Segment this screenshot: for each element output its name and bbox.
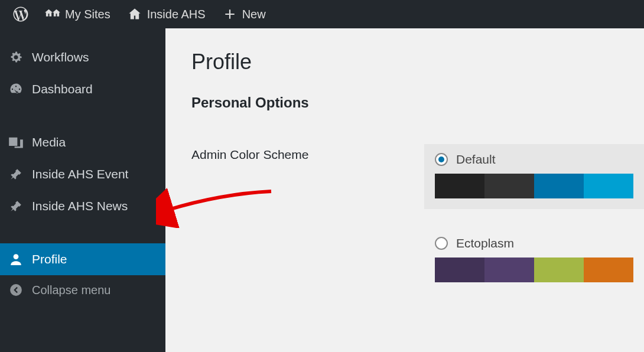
pin-icon [8, 167, 24, 182]
collapse-label: Collapse menu [32, 283, 110, 297]
swatches-default [435, 174, 633, 198]
my-sites-label: My Sites [65, 8, 110, 21]
admin-sidebar: Workflows Dashboard Media Inside AHS Eve… [0, 28, 165, 352]
my-sites-link[interactable]: My Sites [37, 0, 119, 28]
page-title: Profile [191, 50, 644, 74]
color-schemes: Default Ectoplasm [424, 144, 644, 293]
user-icon [8, 252, 24, 267]
scheme-label: Ectoplasm [456, 236, 514, 250]
swatch [534, 174, 584, 198]
swatches-ectoplasm [435, 258, 633, 282]
sidebar-item-dashboard[interactable]: Dashboard [0, 73, 165, 105]
new-label: New [242, 8, 266, 21]
media-icon [8, 135, 24, 150]
collapse-icon [8, 282, 24, 298]
site-link[interactable]: Inside AHS [119, 0, 214, 28]
sidebar-item-label: Profile [32, 252, 67, 266]
swatch [484, 174, 534, 198]
swatch [435, 174, 484, 198]
dashboard-icon [8, 82, 24, 97]
swatch [584, 258, 633, 282]
scheme-label: Default [456, 152, 496, 167]
wordpress-icon [13, 6, 28, 22]
collapse-menu[interactable]: Collapse menu [0, 275, 165, 305]
sidebar-item-label: Dashboard [32, 82, 93, 96]
sidebar-item-profile[interactable]: Profile [0, 243, 165, 275]
sidebar-item-label: Inside AHS News [32, 199, 128, 213]
svg-point-1 [10, 284, 22, 296]
scheme-ectoplasm[interactable]: Ectoplasm [424, 228, 644, 293]
sidebar-item-news[interactable]: Inside AHS News [0, 190, 165, 222]
sidebar-item-media[interactable]: Media [0, 126, 165, 158]
pin-icon [8, 198, 24, 214]
admin-bar: My Sites Inside AHS New [0, 0, 644, 28]
swatch [484, 258, 534, 282]
swatch [584, 174, 633, 198]
section-title: Personal Options [191, 94, 644, 111]
wp-logo[interactable] [5, 0, 37, 28]
svg-point-0 [14, 254, 19, 259]
plus-icon [222, 6, 238, 22]
site-label: Inside AHS [147, 8, 206, 21]
color-scheme-label: Admin Color Scheme [191, 144, 424, 162]
houses-icon [45, 6, 60, 22]
new-link[interactable]: New [214, 0, 274, 28]
sidebar-item-event[interactable]: Inside AHS Event [0, 158, 165, 190]
sidebar-item-workflows[interactable]: Workflows [0, 41, 165, 73]
sidebar-item-label: Workflows [32, 50, 89, 64]
radio-ectoplasm[interactable] [435, 237, 448, 250]
color-scheme-row: Admin Color Scheme Default Ectoplasm [191, 144, 644, 293]
swatch [435, 258, 484, 282]
sidebar-item-label: Media [32, 135, 66, 149]
sidebar-item-label: Inside AHS Event [32, 167, 128, 181]
house-icon [127, 6, 142, 22]
main-content: Profile Personal Options Admin Color Sch… [165, 28, 644, 352]
gear-icon [8, 50, 24, 65]
scheme-default[interactable]: Default [424, 144, 644, 209]
radio-default[interactable] [435, 153, 448, 166]
swatch [534, 258, 584, 282]
